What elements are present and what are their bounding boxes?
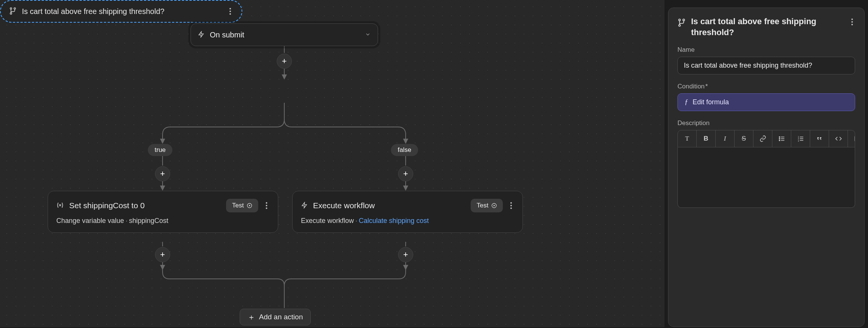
variable-icon xyxy=(56,201,64,210)
rich-text-toolbar: T B I S 123 xyxy=(677,130,855,147)
action-title: Execute workflow xyxy=(313,201,465,210)
branch-icon xyxy=(677,19,686,28)
function-icon: ƒ xyxy=(685,98,688,106)
branch-node[interactable]: Is cart total above free shipping thresh… xyxy=(0,0,242,23)
lightning-icon xyxy=(301,202,308,210)
toolbar-image[interactable] xyxy=(848,130,855,147)
name-label: Name xyxy=(677,46,855,54)
toolbar-code[interactable] xyxy=(829,130,848,147)
lightning-icon xyxy=(198,31,205,39)
add-step-false-after[interactable]: + xyxy=(398,247,413,262)
play-icon xyxy=(247,203,252,208)
svg-point-20 xyxy=(779,137,780,138)
name-input[interactable] xyxy=(677,57,855,74)
add-step-after-trigger[interactable]: + xyxy=(277,54,292,69)
properties-panel: Is cart total above free shipping thresh… xyxy=(668,8,865,327)
workflow-canvas[interactable]: On submit + Is cart total above free shi… xyxy=(0,0,665,328)
trigger-node[interactable]: On submit xyxy=(191,23,378,46)
svg-point-22 xyxy=(779,140,780,141)
description-input[interactable] xyxy=(677,147,855,208)
svg-point-18 xyxy=(683,19,685,21)
test-button[interactable]: Test xyxy=(226,199,258,212)
action-card-set-variable[interactable]: Set shippingCost to 0 Test Change variab… xyxy=(48,191,278,233)
connectors xyxy=(0,0,665,328)
branch-icon xyxy=(9,7,17,16)
toolbar-italic[interactable]: I xyxy=(716,130,735,147)
action-menu-icon[interactable] xyxy=(508,200,514,211)
panel-menu-icon[interactable] xyxy=(849,16,855,28)
condition-label: Condition* xyxy=(677,83,855,90)
svg-point-10 xyxy=(10,8,12,9)
branch-tag-true: true xyxy=(148,144,172,156)
branch-tag-false: false xyxy=(391,144,418,156)
plus-icon: ＋ xyxy=(248,313,255,321)
svg-point-17 xyxy=(679,19,680,21)
action-card-execute-workflow[interactable]: Execute workflow Test Execute workflow·C… xyxy=(292,191,523,233)
action-title: Set shippingCost to 0 xyxy=(69,201,221,210)
edit-formula-button[interactable]: ƒ Edit formula xyxy=(677,93,855,111)
panel-title: Is cart total above free shipping thresh… xyxy=(691,16,844,38)
workflow-link[interactable]: Calculate shipping cost xyxy=(359,217,429,224)
toolbar-link[interactable] xyxy=(753,130,772,147)
action-subtitle: Execute workflow·Calculate shipping cost xyxy=(301,217,514,225)
action-menu-icon[interactable] xyxy=(264,200,270,211)
svg-rect-32 xyxy=(855,136,855,141)
toolbar-numbered-list[interactable]: 123 xyxy=(791,130,810,147)
svg-point-12 xyxy=(10,12,12,14)
branch-title: Is cart total above free shipping thresh… xyxy=(22,7,164,16)
action-subtitle: Change variable value·shippingCost xyxy=(56,217,270,225)
toolbar-bold[interactable]: B xyxy=(697,130,716,147)
svg-marker-14 xyxy=(249,205,251,207)
description-label: Description xyxy=(677,119,855,127)
test-button[interactable]: Test xyxy=(471,199,503,212)
add-action-button[interactable]: ＋ Add an action xyxy=(240,309,311,325)
svg-marker-16 xyxy=(494,205,495,207)
add-step-true-before[interactable]: + xyxy=(155,166,170,181)
toolbar-strikethrough[interactable]: S xyxy=(735,130,753,147)
svg-point-11 xyxy=(14,8,16,9)
toolbar-quote[interactable] xyxy=(810,130,829,147)
chevron-down-icon xyxy=(365,31,371,39)
svg-point-19 xyxy=(679,25,680,26)
svg-point-21 xyxy=(779,138,780,139)
play-icon xyxy=(491,203,497,208)
toolbar-text-style[interactable]: T xyxy=(678,130,697,147)
add-step-true-after[interactable]: + xyxy=(155,247,170,262)
toolbar-bullet-list[interactable] xyxy=(772,130,791,147)
branch-menu-icon[interactable] xyxy=(227,6,233,17)
svg-text:3: 3 xyxy=(798,140,799,142)
add-step-false-before[interactable]: + xyxy=(398,166,413,181)
trigger-label: On submit xyxy=(210,31,244,39)
